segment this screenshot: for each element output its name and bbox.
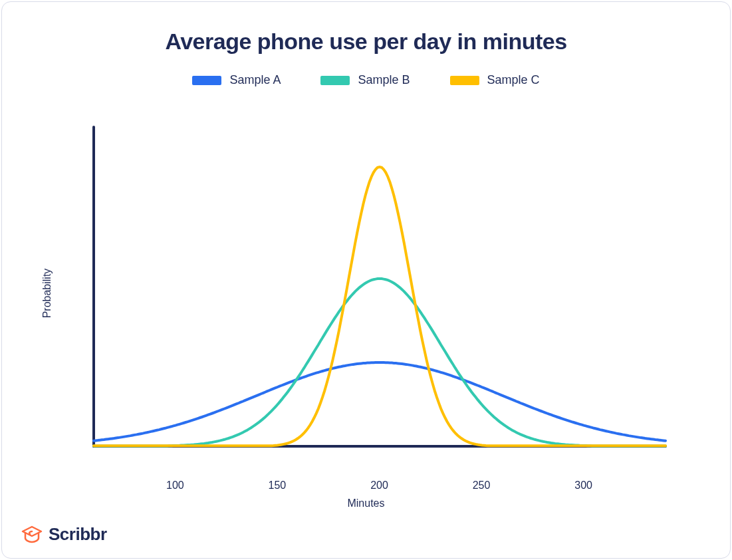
legend-swatch-c xyxy=(450,76,479,85)
tick-0: 100 xyxy=(166,480,184,491)
tick-1: 150 xyxy=(269,480,287,491)
legend-swatch-a xyxy=(192,76,221,85)
legend-swatch-b xyxy=(320,76,350,85)
curve-sample-c xyxy=(94,167,666,446)
legend-item-c: Sample C xyxy=(450,73,540,87)
legend-label-c: Sample C xyxy=(487,73,540,87)
legend-item-a: Sample A xyxy=(192,73,281,87)
x-ticks: 100 150 200 250 300 xyxy=(54,480,679,493)
tick-3: 250 xyxy=(473,480,491,491)
tick-2: 200 xyxy=(370,480,388,491)
legend-item-b: Sample B xyxy=(320,73,410,87)
x-axis-label: Minutes xyxy=(347,497,384,509)
logo-text: Scribbr xyxy=(49,524,107,545)
logo-icon xyxy=(21,525,43,545)
brand-logo: Scribbr xyxy=(21,524,107,545)
chart-card: Average phone use per day in minutes Sam… xyxy=(1,1,731,559)
curve-sample-a xyxy=(94,362,666,441)
chart-area: Probability 100 150 200 250 300 Minutes xyxy=(54,114,679,473)
plot-svg xyxy=(54,114,679,473)
legend-label-a: Sample A xyxy=(229,73,281,87)
legend-label-b: Sample B xyxy=(358,73,410,87)
y-axis-label: Probability xyxy=(41,269,53,319)
tick-4: 300 xyxy=(574,480,592,491)
chart-title: Average phone use per day in minutes xyxy=(29,29,703,55)
legend: Sample A Sample B Sample C xyxy=(29,73,703,87)
